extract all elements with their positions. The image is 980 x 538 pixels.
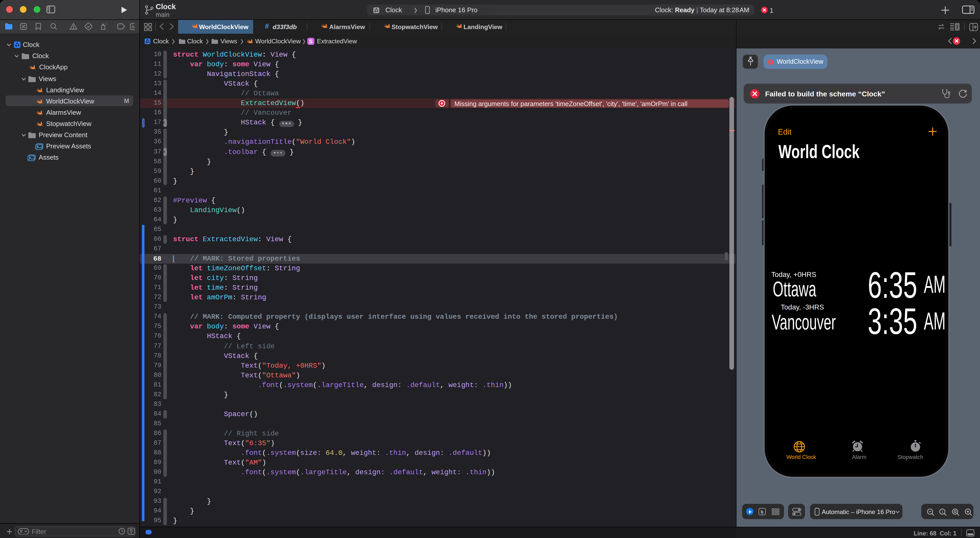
svg-text:1: 1 (942, 509, 943, 514)
